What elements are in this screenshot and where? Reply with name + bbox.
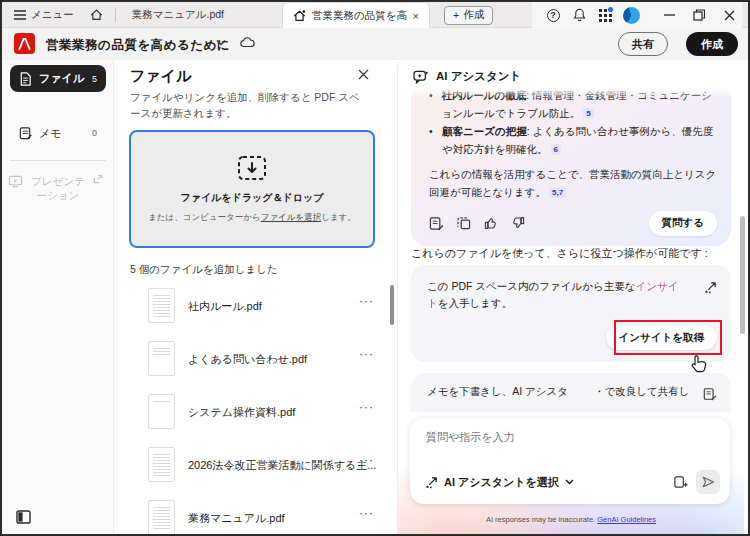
sidebar-item-memo[interactable]: メモ 0 xyxy=(10,120,106,146)
file-name: システム操作資料.pdf xyxy=(188,405,295,420)
account-avatar[interactable] xyxy=(620,4,642,26)
pdf-thumbnail xyxy=(148,341,175,376)
file-row[interactable]: 業務マニュアル.pdf ··· xyxy=(144,500,374,536)
insights-icon xyxy=(704,281,717,294)
acrobat-logo-icon xyxy=(14,33,35,54)
file-row[interactable]: よくある問い合わせ.pdf ··· xyxy=(144,341,374,385)
acrobat-window: メニュー 業務マニュアル.pdf 営業業務の品質を高... × + xyxy=(0,0,750,536)
pdf-thumbnail xyxy=(148,288,175,323)
ai-assistant-panel: AI アシスタント • 社内ルールの徹底: 情報管理・金銭管理・コミュニケーショ… xyxy=(397,60,750,536)
sidebar-memo-count: 0 xyxy=(92,128,97,138)
more-options-icon[interactable]: ··· xyxy=(359,453,374,467)
citation-badge[interactable]: 5,7 xyxy=(549,187,566,198)
menu-button[interactable]: メニュー xyxy=(10,5,78,25)
pdf-thumbnail xyxy=(148,394,175,429)
files-panel-close-icon[interactable] xyxy=(358,69,369,80)
more-options-icon[interactable]: ··· xyxy=(359,400,374,414)
file-row[interactable]: システム操作資料.pdf ··· xyxy=(144,394,374,438)
cloud-sync-icon xyxy=(240,37,255,48)
title-chevron-down-icon[interactable] xyxy=(216,39,226,46)
divider xyxy=(115,8,116,22)
files-panel: ファイル ファイルやリンクを追加、削除すると PDF スペースが更新されます。 … xyxy=(114,60,397,536)
thumbs-up-icon[interactable] xyxy=(484,216,498,230)
memo-draft-icon xyxy=(703,387,717,401)
dropzone-subtext: または、コンピューターからファイルを選択します。 xyxy=(148,212,356,224)
new-tab-label: 作成 xyxy=(463,8,484,22)
file-icon xyxy=(19,72,32,86)
avatar xyxy=(623,7,640,24)
tab-business-manual[interactable]: 業務マニュアル.pdf xyxy=(122,2,234,28)
apps-grid-button[interactable] xyxy=(594,4,616,26)
files-added-message: 5 個のファイルを追加しました xyxy=(130,263,278,277)
create-button[interactable]: 作成 xyxy=(686,32,738,56)
ai-assistant-icon xyxy=(413,70,429,84)
insight-card-text: この PDF スペース内のファイルから主要なインサイトを入手します。 xyxy=(427,278,685,312)
sidebar-files-count: 5 xyxy=(92,74,97,84)
files-panel-description: ファイルやリンクを追加、削除すると PDF スペースが更新されます。 xyxy=(130,89,368,122)
new-tab-create-button[interactable]: + 作成 xyxy=(444,6,493,25)
file-dropzone[interactable]: ファイルをドラッグ＆ドロップ または、コンピューターからファイルを選択します。 xyxy=(129,130,375,248)
note-card-text: メモを下書きし、AI アシスタ・で改良して共有し xyxy=(427,385,717,399)
assistant-select-dropdown[interactable]: AI アシスタントを選択 xyxy=(425,475,574,490)
dropzone-title: ファイルをドラッグ＆ドロップ xyxy=(180,191,323,205)
sidebar-memo-label: メモ xyxy=(39,126,85,141)
suggestions-heading: これらのファイルを使って、さらに役立つ操作が可能です : xyxy=(411,246,708,261)
citation-badge[interactable]: 5 xyxy=(583,108,593,119)
home-button[interactable] xyxy=(84,7,109,23)
hamburger-icon xyxy=(14,10,26,20)
sidebar-files-label: ファイル xyxy=(39,71,85,86)
citation-badge[interactable]: 6 xyxy=(551,144,561,155)
more-options-icon[interactable]: ··· xyxy=(359,347,374,361)
files-scrollbar-thumb[interactable] xyxy=(390,285,394,325)
help-icon: ? xyxy=(547,9,560,22)
file-name: 業務マニュアル.pdf xyxy=(188,511,285,526)
copy-icon[interactable] xyxy=(457,216,471,230)
sidebar-presentation-label: プレゼンテーション xyxy=(27,174,89,202)
ask-question-button[interactable]: 質問する xyxy=(649,211,718,236)
thumbs-down-icon[interactable] xyxy=(511,216,525,230)
presentation-icon xyxy=(8,174,23,188)
get-insights-button[interactable]: インサイトを取得 xyxy=(606,325,717,350)
document-toolbar: 営業業務の品質を高めるために 共有 作成 xyxy=(2,28,748,60)
sidebar-item-files[interactable]: ファイル 5 xyxy=(10,65,106,92)
ai-disclaimer: AI responses may be inaccurate. GenAI Gu… xyxy=(398,515,744,524)
share-button[interactable]: 共有 xyxy=(618,32,668,56)
cursor-pointer xyxy=(690,354,708,374)
genai-guidelines-link[interactable]: GenAI Guidelines xyxy=(597,515,656,524)
ai-scrollbar-thumb[interactable] xyxy=(740,216,745,334)
window-close-button[interactable] xyxy=(716,2,742,28)
tab-close-icon[interactable]: × xyxy=(413,10,419,22)
notification-dot xyxy=(608,7,613,12)
assistant-select-label: AI アシスタントを選択 xyxy=(444,475,559,490)
pdf-thumbnail xyxy=(148,447,175,482)
tab-label: 営業業務の品質を高... xyxy=(312,9,407,23)
add-context-icon[interactable] xyxy=(673,475,688,490)
plus-icon: + xyxy=(453,9,459,21)
divider xyxy=(10,160,106,161)
ai-panel-title: AI アシスタント xyxy=(436,69,521,84)
home-icon xyxy=(90,9,103,21)
scroll-fade xyxy=(399,88,745,98)
pdf-space-icon xyxy=(293,10,306,22)
assistant-sparkle-icon xyxy=(425,476,438,489)
window-restore-button[interactable] xyxy=(686,2,712,28)
send-button[interactable] xyxy=(696,470,720,494)
more-options-icon[interactable]: ··· xyxy=(359,294,374,308)
ai-answer-card: • 社内ルールの徹底: 情報管理・金銭管理・コミュニケーションルールでトラブル防… xyxy=(411,88,731,246)
file-row[interactable]: 2026法令改正営業活動に関係する主... ··· xyxy=(144,447,374,491)
collapse-panel-button[interactable] xyxy=(16,510,31,524)
answer-summary: これらの情報を活用することで、営業活動の質向上とリスク回避が可能となります。5,… xyxy=(429,165,717,201)
more-options-icon[interactable]: ··· xyxy=(359,506,374,520)
help-button[interactable]: ? xyxy=(542,4,564,26)
save-to-memo-icon[interactable] xyxy=(429,216,444,231)
select-file-link[interactable]: ファイルを選択 xyxy=(261,212,322,222)
notifications-button[interactable] xyxy=(568,4,590,26)
ai-prompt-card: AI アシスタントを選択 xyxy=(410,418,730,504)
file-name: 2026法令改正営業活動に関係する主... xyxy=(188,458,376,473)
file-row[interactable]: 社内ルール.pdf ··· xyxy=(144,288,374,332)
tab-active-pdf-space[interactable]: 営業業務の品質を高... × xyxy=(282,2,430,28)
window-minimize-button[interactable] xyxy=(656,2,682,28)
prompt-input[interactable] xyxy=(426,431,706,443)
file-name: よくある問い合わせ.pdf xyxy=(188,352,307,367)
tab-label: 業務マニュアル.pdf xyxy=(132,8,224,22)
